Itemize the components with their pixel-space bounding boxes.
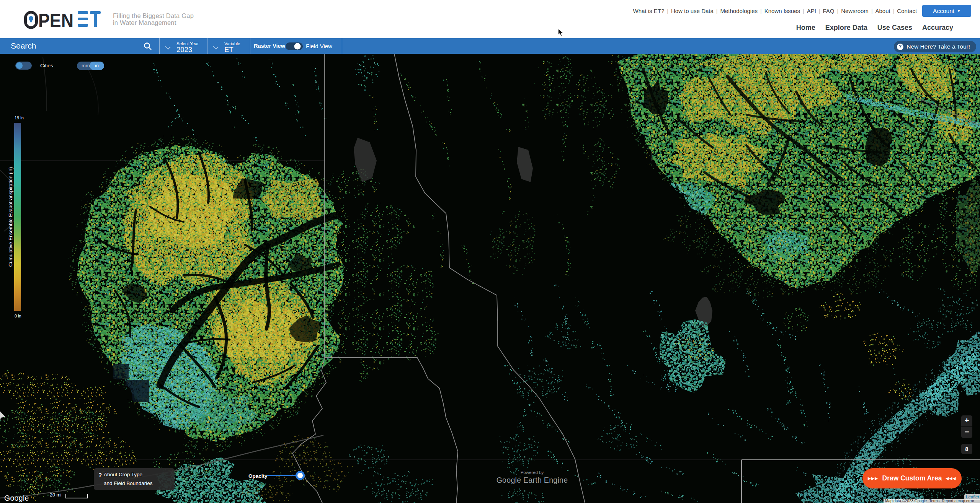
- svg-text:PEN: PEN: [38, 11, 74, 29]
